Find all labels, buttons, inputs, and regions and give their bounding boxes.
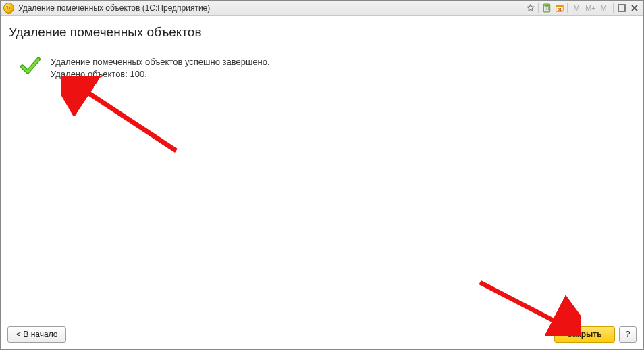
memory-m-minus-button[interactable]: M- [598,2,612,14]
svg-point-2 [545,7,545,8]
calendar-icon[interactable]: 31 [554,2,566,14]
annotation-arrow-1 [61,76,183,157]
favorite-icon[interactable] [525,2,537,14]
help-button[interactable]: ? [619,326,637,343]
back-button[interactable]: < В начало [7,326,66,343]
result-row: Удаление помеченных объектов успешно зав… [20,56,635,80]
svg-point-6 [546,9,547,9]
memory-m-plus-button[interactable]: M+ [584,2,597,14]
svg-point-4 [548,7,549,8]
success-check-icon [20,55,41,76]
svg-point-7 [548,9,549,9]
window-title: Удаление помеченных объектов (1С:Предпри… [18,3,210,13]
page-title: Удаление помеченных объектов [9,25,635,40]
window-titlebar: 1c Удаление помеченных объектов (1С:Пред… [1,1,643,16]
svg-rect-1 [545,5,549,6]
result-message: Удаление помеченных объектов успешно зав… [51,56,270,80]
calculator-icon[interactable] [541,2,553,14]
svg-line-13 [480,282,561,324]
result-line-1: Удаление помеченных объектов успешно зав… [51,56,270,68]
svg-text:31: 31 [558,7,562,11]
content-area: Удаление помеченных объектов Удаление по… [1,16,643,321]
svg-line-12 [82,89,176,151]
memory-m-button[interactable]: M [570,2,583,14]
svg-point-5 [545,9,545,9]
app-icon: 1c [3,3,14,14]
footer: < В начало Закрыть ? [1,321,643,349]
svg-point-3 [546,7,547,8]
close-icon[interactable] [628,2,641,14]
result-line-2: Удалено объектов: 100. [51,68,270,80]
maximize-icon[interactable] [616,2,628,14]
svg-rect-11 [618,5,625,11]
close-button[interactable]: Закрыть [554,326,615,343]
